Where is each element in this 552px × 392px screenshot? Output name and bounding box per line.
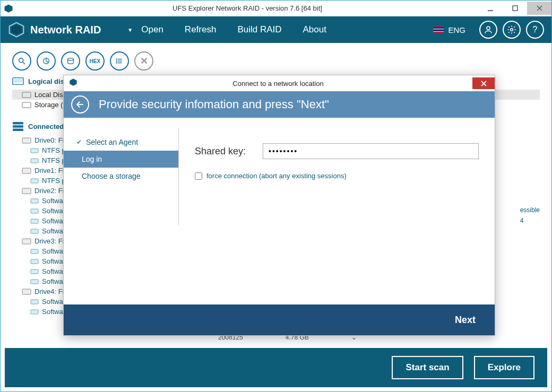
back-button[interactable] <box>71 95 89 114</box>
svg-rect-27 <box>31 149 38 153</box>
item-label: Local Disk <box>34 91 66 99</box>
svg-rect-26 <box>22 138 31 143</box>
svg-marker-44 <box>70 79 76 85</box>
toolbar: HEX ✕ <box>1 43 551 74</box>
svg-rect-24 <box>13 125 23 128</box>
svg-marker-0 <box>5 4 13 12</box>
svg-rect-36 <box>22 239 31 244</box>
svg-rect-39 <box>31 269 38 274</box>
flag-icon <box>433 27 444 33</box>
help-button[interactable]: ? <box>526 21 544 39</box>
svg-rect-30 <box>31 179 38 183</box>
svg-point-16 <box>116 59 117 59</box>
menu-dropdown-caret-icon[interactable]: ▼ <box>127 27 133 33</box>
menu-refresh[interactable]: Refresh <box>185 24 217 35</box>
pie-tool-icon[interactable] <box>37 51 56 71</box>
step-select-agent[interactable]: Select an Agent <box>64 134 178 151</box>
menu-about[interactable]: About <box>303 24 326 35</box>
svg-rect-38 <box>31 259 38 264</box>
svg-rect-33 <box>31 209 38 213</box>
list-tool-icon[interactable] <box>110 51 129 71</box>
user-button[interactable] <box>479 21 497 39</box>
svg-rect-28 <box>31 159 38 163</box>
app-icon <box>1 4 16 13</box>
svg-rect-43 <box>31 310 38 314</box>
cancel-tool-icon[interactable]: ✕ <box>134 51 153 71</box>
svg-rect-25 <box>13 129 23 132</box>
search-tool-icon[interactable] <box>12 51 31 71</box>
maximize-button[interactable] <box>503 2 527 15</box>
footer-bar: Start scan Explore <box>5 348 547 387</box>
disk-tool-icon[interactable] <box>61 51 80 71</box>
dialog-icon <box>69 78 80 89</box>
svg-rect-2 <box>513 6 518 11</box>
svg-rect-32 <box>31 199 38 203</box>
peek-text: 4 <box>520 217 540 228</box>
minimize-button[interactable] <box>478 2 503 15</box>
svg-marker-6 <box>12 25 22 35</box>
brand-icon <box>8 21 25 38</box>
dialog-banner: Provide security infomation and press "N… <box>64 91 495 118</box>
svg-rect-34 <box>31 219 38 223</box>
hex-tool-button[interactable]: HEX <box>85 51 105 71</box>
main-ribbon: Network RAID ▼ Open Refresh Build RAID A… <box>1 16 551 43</box>
svg-point-7 <box>487 27 490 30</box>
close-button[interactable] <box>527 2 551 15</box>
menu-build-raid[interactable]: Build RAID <box>237 24 281 35</box>
explore-button[interactable]: Explore <box>474 356 534 379</box>
svg-point-8 <box>511 29 513 31</box>
svg-rect-41 <box>22 289 31 294</box>
dialog-title: Connect to a network location <box>84 80 472 88</box>
shared-key-input[interactable] <box>263 143 479 159</box>
svg-rect-20 <box>14 79 23 82</box>
dialog-close-button[interactable] <box>472 77 495 89</box>
shared-key-label: Shared key: <box>195 146 253 157</box>
dialog-footer: Next <box>64 304 495 335</box>
svg-rect-40 <box>31 280 38 284</box>
dialog-steps: Select an Agent Log in Choose a storage <box>64 118 178 304</box>
svg-point-9 <box>19 58 23 63</box>
svg-line-10 <box>23 62 25 64</box>
banner-text: Provide security infomation and press "N… <box>99 98 329 111</box>
svg-rect-29 <box>22 168 31 173</box>
start-scan-button[interactable]: Start scan <box>392 356 463 379</box>
peek-text: essible <box>520 206 540 217</box>
svg-point-17 <box>116 60 117 61</box>
force-connection-row[interactable]: force connection (abort any existing ses… <box>195 172 479 180</box>
svg-rect-23 <box>13 122 23 125</box>
dialog-form: Shared key: force connection (abort any … <box>179 118 495 304</box>
right-peek: essible 4 <box>520 206 540 228</box>
settings-button[interactable] <box>503 21 521 39</box>
svg-rect-31 <box>22 188 31 194</box>
force-connection-checkbox[interactable] <box>195 172 202 180</box>
svg-rect-35 <box>31 229 38 233</box>
network-connect-dialog: Connect to a network location Provide se… <box>63 75 495 336</box>
step-login[interactable]: Log in <box>64 151 178 168</box>
svg-point-18 <box>116 63 117 63</box>
step-choose-storage[interactable]: Choose a storage <box>64 168 178 185</box>
svg-rect-22 <box>22 102 31 108</box>
titlebar: UFS Explorer Network RAID - version 7.6 … <box>1 1 551 16</box>
brand-label: Network RAID <box>30 24 101 36</box>
window-title: UFS Explorer Network RAID - version 7.6 … <box>16 4 478 12</box>
item-label: Storage ( <box>34 101 63 109</box>
svg-point-12 <box>68 58 74 60</box>
dialog-titlebar: Connect to a network location <box>64 75 495 91</box>
next-button[interactable]: Next <box>455 315 476 326</box>
svg-rect-37 <box>31 249 38 254</box>
dialog-body: Select an Agent Log in Choose a storage … <box>64 118 495 304</box>
svg-rect-21 <box>22 92 31 98</box>
menu-open[interactable]: Open <box>141 24 163 35</box>
svg-rect-42 <box>31 300 38 304</box>
language-label: ENG <box>448 25 465 34</box>
shared-key-row: Shared key: <box>195 143 479 159</box>
language-selector[interactable]: ENG <box>433 25 465 34</box>
brand: Network RAID <box>8 21 101 38</box>
force-connection-label: force connection (abort any existing ses… <box>206 172 347 180</box>
